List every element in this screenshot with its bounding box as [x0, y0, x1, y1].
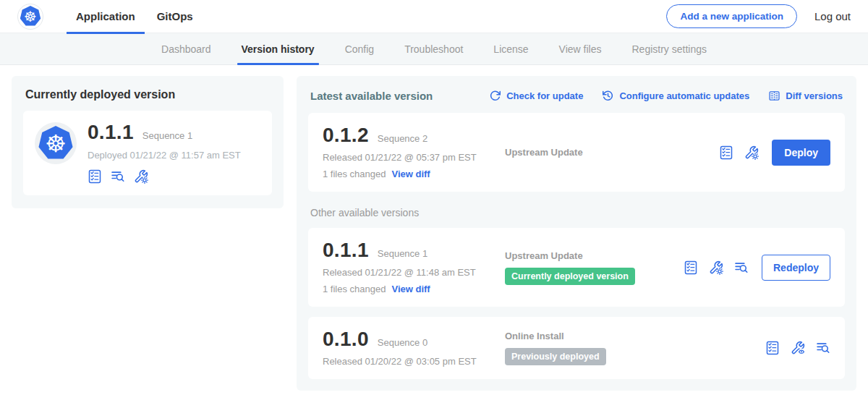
release-notes-icon[interactable]	[88, 169, 102, 184]
released-timestamp: Released 01/21/22 @ 11:48 am EST	[323, 267, 505, 278]
version-card-0-1-2: 0.1.2 Sequence 2 Released 01/21/22 @ 05:…	[308, 113, 845, 192]
currently-deployed-card: ☸ 0.1.1 Sequence 1 Deployed 01/21/22 @ 1…	[23, 111, 272, 195]
version-history-panel: Latest available version Check for updat…	[297, 76, 856, 391]
check-for-update-link[interactable]: Check for update	[489, 90, 583, 102]
sequence-label: Sequence 1	[378, 248, 427, 259]
subnav-tab-view-files[interactable]: View files	[559, 33, 602, 64]
sequence-label: Sequence 2	[378, 133, 427, 144]
main-content: Currently deployed version ☸ 0.1.1 Seque…	[0, 65, 868, 401]
subnav-tab-label: Config	[345, 43, 374, 55]
subnav-tab-label: Dashboard	[161, 43, 211, 55]
subnav-tab-dashboard[interactable]: Dashboard	[161, 33, 211, 64]
files-changed-label: 1 files changed	[323, 284, 386, 294]
release-notes-icon[interactable]	[684, 260, 698, 275]
kubernetes-logo: ☸	[17, 4, 43, 30]
sequence-label: Sequence 0	[378, 337, 427, 348]
preflight-checks-icon[interactable]	[734, 260, 749, 275]
schedule-icon	[602, 90, 614, 102]
kubernetes-helm-icon: ☸	[38, 126, 73, 161]
previously-deployed-badge: Previously deployed	[505, 348, 606, 365]
app-subnav: Dashboard Version history Config Trouble…	[0, 33, 868, 65]
subnav-tab-label: Troubleshoot	[404, 43, 463, 55]
redeploy-button[interactable]: Redeploy	[762, 255, 830, 281]
tab-gitops[interactable]: GitOps	[146, 0, 204, 33]
currently-deployed-badge: Currently deployed version	[505, 268, 635, 285]
subnav-tab-label: Registry settings	[632, 43, 707, 55]
diff-icon	[768, 90, 780, 102]
configure-automatic-updates-link[interactable]: Configure automatic updates	[602, 90, 749, 102]
files-changed-label: 1 files changed	[323, 169, 386, 179]
deploy-button[interactable]: Deploy	[772, 140, 830, 166]
version-source-label: Upstream Update	[505, 147, 583, 158]
version-number: 0.1.1	[323, 240, 369, 260]
other-available-title: Other available versions	[310, 207, 843, 218]
released-timestamp: Released 01/21/22 @ 05:37 pm EST	[323, 152, 505, 163]
view-config-icon[interactable]	[791, 341, 805, 355]
view-diff-link[interactable]: View diff	[391, 284, 430, 294]
preflight-checks-icon[interactable]	[816, 341, 830, 355]
edit-config-icon[interactable]	[709, 260, 723, 275]
release-notes-icon[interactable]	[719, 145, 733, 160]
deployed-version-info: 0.1.1 Sequence 1 Deployed 01/21/22 @ 11:…	[88, 122, 241, 184]
diff-versions-link[interactable]: Diff versions	[768, 90, 843, 102]
view-config-icon[interactable]	[134, 169, 148, 184]
topnav-right: Add a new application Log out	[666, 4, 851, 28]
subnav-tab-version-history[interactable]: Version history	[242, 33, 315, 64]
subnav-tab-license[interactable]: License	[493, 33, 528, 64]
logout-link[interactable]: Log out	[814, 10, 851, 22]
version-source-label: Upstream Update	[505, 250, 583, 261]
deployed-version-number: 0.1.1	[88, 122, 134, 143]
currently-deployed-panel: Currently deployed version ☸ 0.1.1 Seque…	[12, 76, 284, 208]
deployed-sequence-label: Sequence 1	[142, 130, 192, 141]
kubernetes-helm-icon: ☸	[20, 6, 41, 27]
app-logo: ☸	[35, 122, 77, 164]
version-number: 0.1.2	[323, 125, 369, 145]
subnav-tab-label: View files	[559, 43, 602, 55]
configure-updates-label: Configure automatic updates	[619, 90, 749, 101]
version-card-0-1-0: 0.1.0 Sequence 0 Released 01/20/22 @ 03:…	[308, 317, 845, 379]
tab-application[interactable]: Application	[65, 0, 146, 33]
latest-available-title: Latest available version	[310, 90, 433, 102]
tab-application-label: Application	[76, 10, 135, 22]
app-nav-tabs: Application GitOps	[65, 0, 204, 33]
deployed-timestamp: Deployed 01/21/22 @ 11:57 am EST	[88, 150, 241, 161]
preflight-checks-icon[interactable]	[111, 169, 125, 184]
version-source-label: Online Install	[505, 331, 564, 341]
subnav-tab-registry-settings[interactable]: Registry settings	[632, 33, 707, 64]
edit-config-icon[interactable]	[744, 145, 759, 160]
release-notes-icon[interactable]	[765, 341, 780, 355]
subnav-tab-label: License	[493, 43, 528, 55]
tab-gitops-label: GitOps	[157, 10, 193, 22]
check-for-update-label: Check for update	[506, 90, 583, 101]
version-actions: Check for update Configure automatic upd…	[489, 90, 843, 102]
add-application-button[interactable]: Add a new application	[666, 4, 797, 28]
released-timestamp: Released 01/20/22 @ 03:05 pm EST	[323, 356, 505, 367]
refresh-icon	[489, 90, 501, 102]
diff-versions-label: Diff versions	[786, 90, 843, 101]
view-diff-link[interactable]: View diff	[391, 169, 430, 179]
version-card-0-1-1: 0.1.1 Sequence 1 Released 01/21/22 @ 11:…	[308, 228, 845, 307]
subnav-tab-troubleshoot[interactable]: Troubleshoot	[404, 33, 463, 64]
currently-deployed-title: Currently deployed version	[25, 88, 272, 101]
top-navbar: ☸ Application GitOps Add a new applicati…	[0, 0, 868, 33]
version-number: 0.1.0	[323, 329, 369, 349]
subnav-tab-config[interactable]: Config	[345, 33, 374, 64]
subnav-tab-label: Version history	[242, 43, 315, 55]
